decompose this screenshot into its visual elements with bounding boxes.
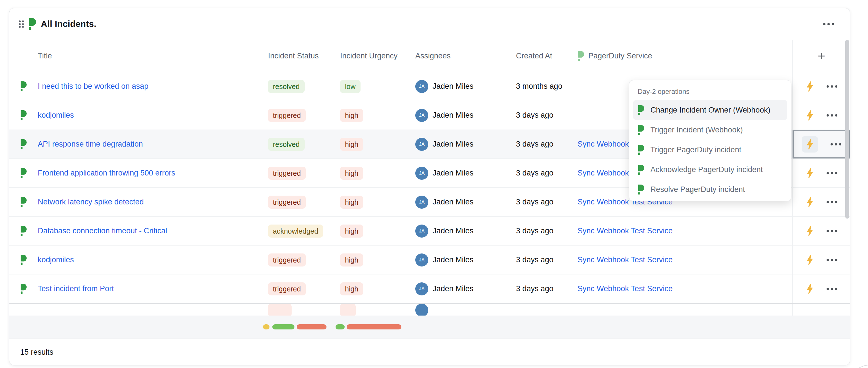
status-summary-bar-triggered: [297, 324, 327, 329]
column-assignees[interactable]: Assignees: [415, 52, 516, 60]
pagerduty-icon: [638, 145, 644, 155]
drag-handle-icon[interactable]: [19, 21, 24, 28]
column-title[interactable]: Title: [38, 52, 268, 60]
avatar: JA: [415, 282, 428, 295]
pagerduty-icon: [20, 255, 27, 265]
menu-item-label: Trigger PagerDuty incident: [650, 145, 741, 154]
menu-section-label: Day-2 operations: [629, 85, 791, 100]
status-badge: triggered: [268, 254, 306, 267]
run-action-button[interactable]: [806, 168, 814, 178]
pagerduty-icon: [20, 197, 27, 207]
column-incident-status[interactable]: Incident Status: [268, 52, 340, 60]
row-menu-button[interactable]: [827, 201, 837, 203]
row-menu-button[interactable]: [827, 230, 837, 232]
pagerduty-icon: [638, 125, 644, 135]
pagerduty-service-link[interactable]: Sync Webhook Test Service: [578, 227, 792, 235]
urgency-summary-bar-low: [336, 324, 345, 329]
pagerduty-icon: [20, 168, 27, 178]
page-title: All Incidents.: [41, 19, 96, 29]
avatar: JA: [415, 80, 428, 93]
assignee-name: Jaden Miles: [433, 111, 473, 120]
avatar: JA: [415, 196, 428, 209]
pagerduty-service-link[interactable]: Sync Webhook Test Service: [578, 285, 792, 293]
pagerduty-icon: [20, 139, 27, 149]
urgency-summary-bar-high: [347, 324, 401, 329]
status-badge: [268, 304, 291, 315]
avatar: JA: [415, 138, 428, 151]
urgency-badge: high: [340, 109, 363, 122]
status-badge: triggered: [268, 282, 306, 295]
run-action-button[interactable]: [806, 110, 814, 121]
row-menu-button[interactable]: [827, 85, 837, 88]
assignee-name: Jaden Miles: [433, 227, 473, 235]
avatar: JA: [415, 167, 428, 180]
created-at-value: 3 days ago: [516, 140, 578, 148]
assignee-name: Jaden Miles: [433, 169, 473, 177]
incident-title-link[interactable]: API response time degradation: [38, 140, 268, 148]
pagerduty-icon: [638, 185, 644, 195]
column-created-at[interactable]: Created At: [516, 52, 578, 60]
menu-item-resolve-pagerduty-incident[interactable]: Resolve PagerDuty incident: [633, 179, 787, 199]
run-action-button[interactable]: [802, 136, 818, 153]
vertical-scrollbar[interactable]: [845, 40, 849, 219]
status-badge: triggered: [268, 196, 306, 209]
menu-item-label: Resolve PagerDuty incident: [650, 185, 745, 194]
pagerduty-icon: [638, 165, 644, 175]
menu-item-trigger-incident[interactable]: Trigger Incident (Webhook): [633, 120, 787, 140]
widget-header: All Incidents.: [9, 8, 850, 40]
created-at-value: 3 months ago: [516, 82, 578, 91]
avatar: [415, 304, 428, 315]
incident-title-link[interactable]: kodjomiles: [38, 111, 268, 120]
incident-title-link[interactable]: Test incident from Port: [38, 285, 268, 293]
run-action-button[interactable]: [806, 81, 814, 92]
next-widget-corner: [847, 365, 868, 368]
incident-title-link[interactable]: I need this to be worked on asap: [38, 82, 268, 91]
assignee-name: Jaden Miles: [433, 140, 473, 148]
column-pagerduty-service[interactable]: PagerDuty Service: [588, 52, 652, 60]
incident-title-link[interactable]: kodjomiles: [38, 256, 268, 264]
urgency-badge: high: [340, 196, 363, 209]
incident-title-link[interactable]: Frontend application throwing 500 errors: [38, 169, 268, 177]
pagerduty-icon: [20, 81, 27, 91]
menu-item-acknowledge-pagerduty-incident[interactable]: Acknowledge PagerDuty incident: [633, 160, 787, 179]
day2-operations-menu: Day-2 operations Change Incident Owner (…: [629, 80, 792, 201]
pagerduty-icon: [638, 105, 644, 115]
status-badge: acknowledged: [268, 225, 323, 238]
assignee-name: Jaden Miles: [433, 82, 473, 91]
row-menu-button[interactable]: [831, 143, 841, 145]
add-column-button[interactable]: +: [818, 49, 826, 62]
urgency-badge: [340, 304, 356, 315]
menu-item-trigger-pagerduty-incident[interactable]: Trigger PagerDuty incident: [633, 140, 787, 160]
urgency-badge: high: [340, 138, 363, 151]
column-incident-urgency[interactable]: Incident Urgency: [340, 52, 415, 60]
row-menu-button[interactable]: [827, 114, 837, 116]
avatar: JA: [415, 225, 428, 238]
menu-item-change-incident-owner[interactable]: Change Incident Owner (Webhook): [633, 100, 787, 120]
status-summary-bar-resolved: [272, 324, 294, 329]
menu-item-label: Trigger Incident (Webhook): [650, 126, 743, 134]
row-menu-button[interactable]: [827, 172, 837, 174]
assignee-name: Jaden Miles: [433, 285, 473, 293]
created-at-value: 3 days ago: [516, 256, 578, 264]
table-footer: 15 results: [9, 338, 850, 365]
pagerduty-icon: [578, 51, 584, 61]
urgency-badge: high: [340, 225, 363, 238]
pagerduty-icon: [20, 284, 27, 294]
incident-title-link[interactable]: Database connection timeout - Critical: [38, 227, 268, 235]
table-row-partial: [9, 303, 850, 315]
row-menu-button[interactable]: [827, 259, 837, 261]
run-action-button[interactable]: [806, 255, 814, 265]
pagerduty-logo-icon: [28, 18, 36, 30]
pagerduty-service-link[interactable]: Sync Webhook Test Service: [578, 256, 792, 264]
run-action-button[interactable]: [806, 226, 814, 236]
created-at-value: 3 days ago: [516, 169, 578, 177]
table-row: Test incident from Port triggered high J…: [9, 274, 850, 303]
run-action-button[interactable]: [806, 197, 814, 207]
run-action-button[interactable]: [806, 284, 814, 294]
status-badge: triggered: [268, 109, 306, 122]
pagerduty-icon: [20, 226, 27, 236]
row-menu-button[interactable]: [827, 288, 837, 290]
incident-title-link[interactable]: Network latency spike detected: [38, 198, 268, 206]
widget-menu-button[interactable]: [823, 23, 834, 25]
urgency-badge: high: [340, 282, 363, 295]
